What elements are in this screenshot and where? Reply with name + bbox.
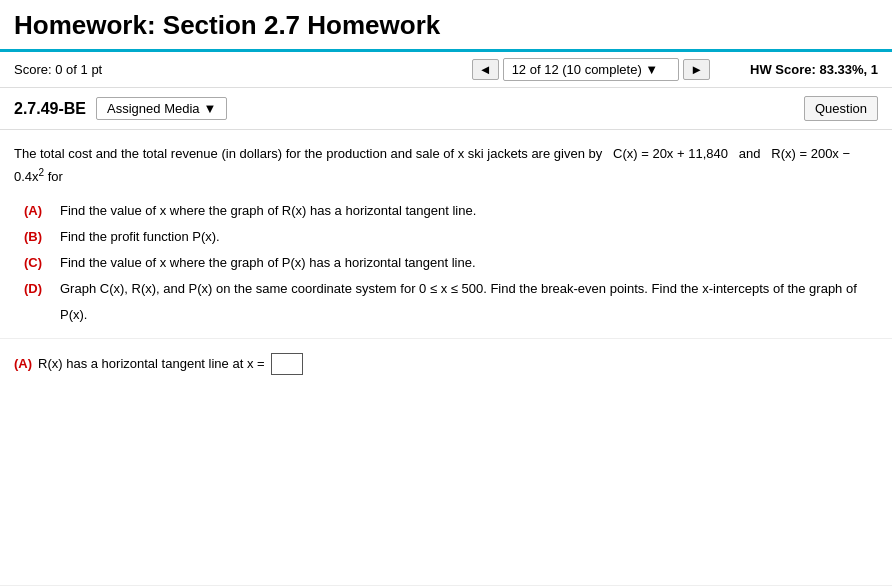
part-letter-a: (A) (24, 198, 46, 224)
part-row-d: (D) Graph C(x), R(x), and P(x) on the sa… (24, 276, 878, 328)
nav-position[interactable]: 12 of 12 (10 complete) ▼ (503, 58, 680, 81)
spacer (0, 385, 892, 585)
question-bar: 2.7.49-BE Assigned Media ▼ Question (0, 88, 892, 130)
part-text-a: Find the value of x where the graph of R… (60, 198, 476, 224)
hw-score: HW Score: 83.33%, 1 (750, 62, 878, 77)
part-text-b: Find the profit function P(x). (60, 224, 220, 250)
score-value: 0 of 1 pt (55, 62, 102, 77)
answer-area: (A) R(x) has a horizontal tangent line a… (0, 339, 892, 385)
part-text-c: Find the value of x where the graph of P… (60, 250, 476, 276)
problem-area: The total cost and the total revenue (in… (0, 130, 892, 339)
question-button[interactable]: Question (804, 96, 878, 121)
next-button[interactable]: ► (683, 59, 710, 80)
parts-list: (A) Find the value of x where the graph … (24, 198, 878, 328)
part-letter-b: (B) (24, 224, 46, 250)
part-row-a: (A) Find the value of x where the graph … (24, 198, 878, 224)
title-bar: Homework: Section 2.7 Homework (0, 0, 892, 52)
assigned-media-button[interactable]: Assigned Media ▼ (96, 97, 227, 120)
part-text-d: Graph C(x), R(x), and P(x) on the same c… (60, 276, 878, 328)
answer-row: (A) R(x) has a horizontal tangent line a… (14, 353, 878, 375)
part-row-c: (C) Find the value of x where the graph … (24, 250, 878, 276)
prev-button[interactable]: ◄ (472, 59, 499, 80)
score-bar: Score: 0 of 1 pt ◄ 12 of 12 (10 complete… (0, 52, 892, 88)
part-row-b: (B) Find the profit function P(x). (24, 224, 878, 250)
part-letter-d: (D) (24, 276, 46, 328)
problem-intro: The total cost and the total revenue (in… (14, 144, 878, 188)
answer-input[interactable] (271, 353, 303, 375)
nav-controls: ◄ 12 of 12 (10 complete) ▼ ► (472, 58, 710, 81)
part-letter-c: (C) (24, 250, 46, 276)
question-id: 2.7.49-BE (14, 100, 86, 118)
answer-text: R(x) has a horizontal tangent line at x … (38, 356, 265, 371)
answer-part-label: (A) (14, 356, 32, 371)
page-title: Homework: Section 2.7 Homework (14, 10, 878, 41)
score-label: Score: 0 of 1 pt (14, 62, 102, 77)
